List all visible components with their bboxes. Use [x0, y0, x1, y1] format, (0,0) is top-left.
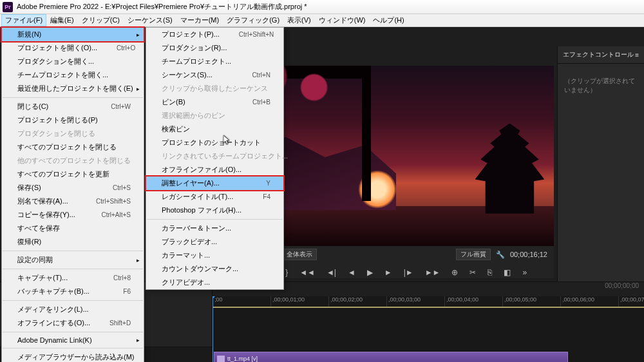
- menu-item-label: リンクされているチームプロジェクト...: [162, 151, 288, 161]
- menu-item-label: 他のすべてのプロジェクトを閉じる: [17, 156, 131, 166]
- menu-item-label: 最近使用したプロジェクトを開く(E): [17, 84, 133, 93]
- timeline-playhead[interactable]: [213, 296, 213, 362]
- menu-item[interactable]: プロジェクト(P)...Ctrl+Shift+N: [146, 28, 283, 41]
- menu-marker[interactable]: マーカー(M): [176, 14, 223, 26]
- menu-item-label: Adobe Dynamic Link(K): [17, 336, 92, 344]
- menu-item[interactable]: Photoshop ファイル(H)...: [146, 204, 283, 217]
- menu-item[interactable]: 復帰(R): [2, 235, 144, 249]
- step-back-button[interactable]: ◄|: [327, 268, 336, 277]
- menu-shortcut: F6: [123, 288, 131, 295]
- menu-shortcut: Ctrl+N: [252, 71, 270, 79]
- menu-item[interactable]: メディアブラウザーから読み込み(M): [2, 350, 144, 362]
- export-frame-button[interactable]: ⎘: [488, 268, 492, 277]
- menu-item[interactable]: 検索ビン: [146, 122, 283, 136]
- program-quality-dropdown[interactable]: フル画質: [456, 249, 491, 260]
- menu-item-label: ビン(B): [162, 97, 185, 107]
- new-submenu: プロジェクト(P)...Ctrl+Shift+Nプロダクション(R)...チーム…: [146, 27, 284, 290]
- menu-item-label: プロダクション(R)...: [162, 43, 227, 53]
- menu-item[interactable]: ビン(B)Ctrl+B: [146, 95, 283, 109]
- menu-item: 選択範囲からのビン: [146, 109, 283, 122]
- play-backward-button[interactable]: ◄: [348, 268, 355, 277]
- menu-item-label: カウントダウンマーク...: [162, 264, 238, 274]
- mouse-cursor: [223, 135, 231, 146]
- file-dropdown-menu: 新規(N)▸プロジェクトを開く(O)...Ctrl+Oプロダクションを開く...…: [1, 27, 144, 362]
- menu-item[interactable]: Adobe Dynamic Link(K)▸: [2, 334, 144, 346]
- menu-item-label: バッチキャプチャ(B)...: [17, 287, 90, 296]
- program-transport: ▾ { } ◄◄ ◄| ◄ ▶ ► |► ►► ⊕ ✂ ⎘ ◧ »: [238, 265, 554, 280]
- play-forward-button[interactable]: ►: [384, 268, 392, 277]
- go-to-out-button[interactable]: ►►: [425, 268, 440, 277]
- menu-item[interactable]: すべてのプロジェクトを更新: [2, 167, 144, 181]
- panel-menu-icon[interactable]: ≡: [635, 52, 639, 59]
- menu-view[interactable]: 表示(V): [283, 14, 315, 26]
- menu-file[interactable]: ファイル(F): [1, 14, 46, 26]
- effect-controls-tab[interactable]: エフェクトコントロール ≡: [558, 46, 644, 64]
- step-forward-button[interactable]: |►: [404, 268, 413, 277]
- fx-badge-icon: [217, 356, 225, 362]
- menu-shortcut: Ctrl+O: [117, 44, 135, 52]
- menu-item[interactable]: ブラックビデオ...: [146, 235, 283, 249]
- lift-button[interactable]: ⊕: [451, 268, 458, 277]
- menu-item[interactable]: 保存(S)Ctrl+S: [2, 181, 144, 195]
- menu-item: クリップから取得したシーケンス: [146, 82, 283, 95]
- menu-item[interactable]: カラーマット...: [146, 249, 283, 262]
- menu-item[interactable]: チームプロジェクトを開く...: [2, 68, 144, 82]
- menu-item[interactable]: バッチキャプチャ(B)...F6: [2, 285, 144, 298]
- comparison-button[interactable]: ◧: [504, 268, 511, 277]
- play-button[interactable]: ▶: [367, 268, 373, 277]
- menu-item[interactable]: カラーバー＆トーン...: [146, 222, 283, 235]
- menu-item[interactable]: 閉じる(C)Ctrl+W: [2, 100, 144, 113]
- menu-item[interactable]: 新規(N)▸: [2, 28, 144, 41]
- menu-bar: ファイル(F) 編集(E) クリップ(C) シーケンス(S) マーカー(M) グ…: [0, 14, 644, 27]
- wrench-icon[interactable]: 🔧: [496, 251, 505, 259]
- menu-item[interactable]: プロジェクトのショートカット: [146, 136, 283, 149]
- menu-item[interactable]: 調整レイヤー(A)...Y: [146, 176, 283, 190]
- menu-item[interactable]: カウントダウンマーク...: [146, 262, 283, 276]
- menu-item-label: 別名で保存(A)...: [17, 196, 68, 206]
- timeline-clip[interactable]: tt_1.mp4 [v]: [214, 352, 568, 362]
- menu-item[interactable]: クリアビデオ...: [146, 276, 283, 289]
- menu-item[interactable]: 別名で保存(A)...Ctrl+Shift+S: [2, 195, 144, 208]
- menu-item[interactable]: レガシータイトル(T)...F4: [146, 190, 283, 204]
- menu-shortcut: Ctrl+8: [113, 274, 131, 281]
- menu-item[interactable]: キャプチャ(T)...Ctrl+8: [2, 271, 144, 285]
- menu-item[interactable]: 最近使用したプロジェクトを開く(E)▸: [2, 82, 144, 95]
- menu-item[interactable]: チームプロジェクト...: [146, 55, 283, 68]
- menu-graphics[interactable]: グラフィック(G): [223, 14, 283, 26]
- menu-item-label: ブラックビデオ...: [162, 237, 217, 247]
- menu-item[interactable]: すべてのプロジェクトを閉じる: [2, 140, 144, 154]
- program-timecode-right[interactable]: 00;00;16;12: [510, 251, 547, 258]
- go-to-in-button[interactable]: ◄◄: [299, 268, 315, 277]
- extract-button[interactable]: ✂: [469, 268, 476, 277]
- menu-item[interactable]: すべてを保存: [2, 222, 144, 235]
- menu-item[interactable]: プロジェクトを開く(O)...Ctrl+O: [2, 41, 144, 55]
- menu-shortcut: Ctrl+W: [111, 103, 131, 110]
- menu-item[interactable]: シーケンス(S)...Ctrl+N: [146, 68, 283, 82]
- menu-help[interactable]: ヘルプ(H): [369, 14, 408, 26]
- menu-item[interactable]: コピーを保存(Y)...Ctrl+Alt+S: [2, 208, 144, 222]
- menu-window[interactable]: ウィンドウ(W): [315, 14, 370, 26]
- menu-shortcut: Ctrl+Shift+S: [96, 198, 131, 205]
- menu-item[interactable]: プロダクション(R)...: [146, 41, 283, 55]
- menu-item[interactable]: メディアをリンク(L)...: [2, 303, 144, 316]
- menu-item[interactable]: 設定の同期▸: [2, 253, 144, 267]
- menu-edit[interactable]: 編集(E): [46, 14, 78, 26]
- menu-item[interactable]: プロダクションを開く...: [2, 55, 144, 68]
- viewer-art: [475, 124, 545, 214]
- submenu-arrow-icon: ▸: [137, 257, 140, 263]
- menu-item-label: オフラインにする(O)...: [17, 318, 90, 328]
- menu-clip[interactable]: クリップ(C): [78, 14, 124, 26]
- effect-controls-panel: エフェクトコントロール ≡ （クリップが選択されていません）: [557, 46, 644, 291]
- menu-item-label: オフラインファイル(O)...: [162, 165, 242, 175]
- title-bar: Pr Adobe Premiere Pro 2022 - E:¥Project …: [0, 0, 644, 14]
- menu-item[interactable]: オフラインにする(O)...Shift+D: [2, 316, 144, 330]
- menu-item-label: プロダクションを開く...: [17, 57, 94, 66]
- menu-item[interactable]: オフラインファイル(O)...: [146, 163, 283, 176]
- menu-item[interactable]: プロジェクトを閉じる(P): [2, 113, 144, 127]
- menu-item-label: キャプチャ(T)...: [17, 273, 68, 283]
- button-editor-button[interactable]: »: [522, 268, 527, 277]
- menu-sequence[interactable]: シーケンス(S): [124, 14, 176, 26]
- submenu-arrow-icon: ▸: [137, 32, 140, 38]
- program-zoom-dropdown[interactable]: 全体表示: [282, 249, 317, 260]
- menu-item-label: コピーを保存(Y)...: [17, 210, 75, 220]
